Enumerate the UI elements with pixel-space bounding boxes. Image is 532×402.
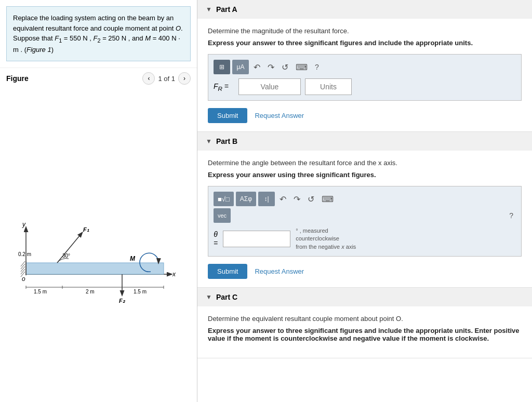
svg-text:o: o	[22, 275, 25, 283]
svg-text:F₁: F₁	[83, 226, 89, 233]
part-b-redo-button[interactable]: ↷	[291, 193, 303, 205]
part-c-label: Part C	[216, 293, 237, 301]
svg-rect-5	[26, 263, 164, 274]
part-a-toolbar: ⊞ μΑ ↶ ↷ ↺ ⌨ ?	[214, 60, 516, 74]
problem-statement: Replace the loading system acting on the…	[6, 6, 191, 61]
svg-text:x: x	[172, 271, 176, 278]
part-a-instruction: Express your answer to three significant…	[208, 39, 522, 47]
part-a-actions: Submit Request Answer	[208, 108, 522, 123]
part-b-content: Determine the angle between the resultan…	[197, 151, 532, 287]
svg-text:2 m: 2 m	[86, 289, 95, 294]
part-a-value-input[interactable]	[238, 78, 301, 95]
left-panel: Replace the loading system acting on the…	[0, 0, 197, 402]
part-b-arrows-button[interactable]: ↕|	[258, 192, 275, 206]
part-b-submit-button[interactable]: Submit	[208, 264, 247, 279]
part-a-collapse-icon: ▼	[206, 6, 212, 13]
part-a-mu-button[interactable]: μΑ	[232, 60, 249, 74]
part-a-refresh-button[interactable]: ↺	[279, 61, 291, 73]
part-a-section: ▼ Part A Determine the magnitude of the …	[197, 0, 532, 132]
part-a-request-answer-link[interactable]: Request Answer	[255, 112, 304, 119]
figure-header: Figure ‹ 1 of 1 ›	[0, 68, 197, 89]
svg-line-9	[21, 266, 25, 272]
figure-nav-count: 1 of 1	[158, 75, 175, 83]
part-c-collapse-icon: ▼	[206, 293, 212, 301]
svg-text:M: M	[130, 255, 136, 262]
part-c-header[interactable]: ▼ Part C	[197, 288, 532, 306]
figure-next-button[interactable]: ›	[178, 72, 191, 85]
part-b-theta-label: θ=	[214, 230, 218, 248]
part-b-vec-button[interactable]: vec	[214, 208, 231, 223]
part-b-actions: Submit Request Answer	[208, 264, 522, 279]
part-c-content: Determine the equivalent resultant coupl…	[197, 306, 532, 358]
svg-text:y: y	[22, 221, 26, 228]
part-a-grid-button[interactable]: ⊞	[214, 60, 230, 74]
part-b-answer-box: ■√□ ΑΣφ ↕| ↶ ↷ ↺ ⌨ vec ?	[208, 186, 522, 257]
part-b-toolbar-row2: vec ?	[214, 208, 516, 223]
part-b-header[interactable]: ▼ Part B	[197, 132, 532, 151]
part-a-input-row: FR =	[214, 78, 516, 95]
svg-text:30°: 30°	[62, 253, 70, 259]
part-a-answer-box: ⊞ μΑ ↶ ↷ ↺ ⌨ ? FR =	[208, 54, 522, 101]
figure-canvas: y x o	[0, 89, 197, 402]
part-b-help-button[interactable]: ?	[507, 210, 516, 221]
part-b-theta-row: θ= ° , measuredcounterclockwisefrom the …	[214, 227, 516, 251]
part-c-description: Determine the equivalent resultant coupl…	[208, 315, 522, 323]
part-a-units-input[interactable]	[305, 78, 352, 95]
part-b-toolbar-row1: ■√□ ΑΣφ ↕| ↶ ↷ ↺ ⌨	[214, 192, 516, 206]
figure-title: Figure	[6, 74, 29, 83]
part-c-section: ▼ Part C Determine the equivalent result…	[197, 288, 532, 358]
problem-text: Replace the loading system acting on the…	[13, 14, 183, 53]
part-b-instruction: Express your answer using three signific…	[208, 171, 522, 179]
part-a-redo-button[interactable]: ↷	[265, 61, 277, 73]
part-a-header[interactable]: ▼ Part A	[197, 0, 532, 19]
part-b-description: Determine the angle between the resultan…	[208, 159, 522, 167]
svg-text:1.5 m: 1.5 m	[134, 289, 147, 294]
part-b-alphasigma-button[interactable]: ΑΣφ	[236, 192, 256, 206]
part-b-collapse-icon: ▼	[206, 138, 212, 145]
part-a-undo-button[interactable]: ↶	[251, 61, 263, 73]
svg-line-8	[21, 264, 25, 269]
part-b-request-answer-link[interactable]: Request Answer	[255, 267, 304, 275]
part-a-label: Part A	[216, 5, 237, 14]
part-a-keyboard-button[interactable]: ⌨	[293, 61, 310, 73]
svg-text:0.2 m: 0.2 m	[18, 251, 31, 257]
figure-diagram: y x o	[10, 186, 187, 305]
part-b-theta-input[interactable]	[223, 231, 290, 247]
part-b-toolbar: ■√□ ΑΣφ ↕| ↶ ↷ ↺ ⌨ vec ?	[214, 192, 516, 223]
part-c-instruction: Express your answer to three significant…	[208, 327, 522, 342]
part-b-theta-note: ° , measuredcounterclockwisefrom the neg…	[296, 227, 356, 251]
figure-nav: ‹ 1 of 1 ›	[142, 72, 191, 85]
part-a-description: Determine the magnitude of the resultant…	[208, 27, 522, 35]
part-b-section: ▼ Part B Determine the angle between the…	[197, 132, 532, 288]
part-a-help-button[interactable]: ?	[312, 62, 322, 72]
part-a-input-label: FR =	[214, 82, 234, 92]
part-a-submit-button[interactable]: Submit	[208, 108, 247, 123]
figure-area: Figure ‹ 1 of 1 › y x o	[0, 68, 197, 402]
svg-text:F₂: F₂	[119, 298, 126, 304]
svg-line-10	[21, 269, 25, 274]
part-b-radical-button[interactable]: ■√□	[214, 192, 234, 206]
svg-line-7	[21, 261, 25, 266]
figure-prev-button[interactable]: ‹	[142, 72, 155, 85]
right-panel: ▼ Part A Determine the magnitude of the …	[197, 0, 532, 402]
svg-text:1.5 m: 1.5 m	[34, 289, 47, 294]
part-b-undo-button[interactable]: ↶	[277, 193, 289, 205]
part-b-keyboard-button[interactable]: ⌨	[319, 193, 336, 205]
part-b-refresh-button[interactable]: ↺	[305, 193, 317, 205]
part-b-label: Part B	[216, 137, 237, 145]
part-a-content: Determine the magnitude of the resultant…	[197, 19, 532, 131]
